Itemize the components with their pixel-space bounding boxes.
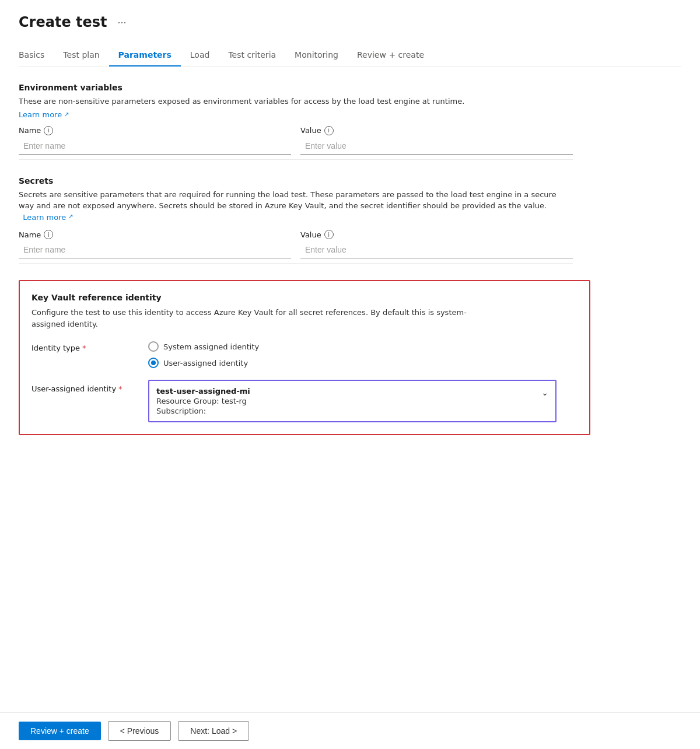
env-value-info-icon: i: [324, 126, 334, 135]
user-identity-dropdown[interactable]: test-user-assigned-mi Resource Group: te…: [148, 380, 556, 422]
secrets-value-input[interactable]: [300, 242, 573, 258]
secrets-value-info-icon: i: [324, 230, 334, 239]
tab-reviewcreate[interactable]: Review + create: [348, 44, 433, 66]
tab-load[interactable]: Load: [181, 44, 219, 66]
secrets-title: Secrets: [19, 176, 681, 186]
user-identity-row: User-assigned identity * test-user-assig…: [32, 380, 578, 422]
secrets-name-info-icon: i: [44, 230, 53, 239]
previous-button[interactable]: < Previous: [108, 721, 172, 741]
env-name-info-icon: i: [44, 126, 53, 135]
env-value-label: Value i: [300, 126, 573, 135]
env-name-input[interactable]: [19, 138, 291, 155]
secrets-value-col: Value i: [300, 230, 573, 258]
tab-parameters[interactable]: Parameters: [109, 44, 181, 66]
radio-system-assigned[interactable]: System assigned identity: [148, 341, 259, 352]
env-variables-learn-more[interactable]: Learn more ↗: [19, 110, 69, 119]
secrets-name-col: Name i: [19, 230, 291, 258]
secrets-section: Secrets Secrets are sensitive parameters…: [19, 176, 681, 264]
env-name-col: Name i: [19, 126, 291, 155]
identity-name: test-user-assigned-mi: [156, 387, 541, 396]
secrets-learn-more[interactable]: Learn more ↗: [19, 212, 74, 223]
keyvault-section: Key Vault reference identity Configure t…: [19, 280, 590, 435]
identity-type-label: Identity type *: [32, 341, 148, 352]
action-bar: Review + create < Previous Next: Load >: [0, 712, 700, 749]
secrets-name-label: Name i: [19, 230, 291, 239]
chevron-down-icon: ⌄: [541, 388, 548, 397]
review-create-button[interactable]: Review + create: [19, 722, 101, 740]
user-identity-required: *: [118, 384, 123, 393]
identity-resource-group: Resource Group: test-rg: [156, 397, 541, 405]
tab-navigation: Basics Test plan Parameters Load Test cr…: [19, 44, 681, 66]
external-link-icon: ↗: [64, 111, 69, 118]
radio-user-circle: [148, 358, 159, 368]
identity-type-row: Identity type * System assigned identity…: [32, 341, 578, 368]
identity-type-required: *: [82, 344, 86, 352]
secrets-external-link-icon: ↗: [68, 212, 73, 222]
keyvault-title: Key Vault reference identity: [32, 293, 578, 302]
env-value-input[interactable]: [300, 138, 573, 155]
identity-subscription: Subscription:: [156, 407, 541, 415]
env-value-col: Value i: [300, 126, 573, 155]
ellipsis-button[interactable]: ···: [114, 15, 130, 30]
user-identity-label: User-assigned identity *: [32, 380, 148, 393]
keyvault-desc: Configure the test to use this identity …: [32, 307, 469, 330]
env-variables-desc: These are non-sensitive parameters expos…: [19, 96, 573, 107]
radio-system-circle: [148, 341, 159, 352]
radio-user-label: User-assigned identity: [163, 359, 248, 368]
tab-testplan[interactable]: Test plan: [54, 44, 108, 66]
identity-type-radio-group: System assigned identity User-assigned i…: [148, 341, 259, 368]
next-button[interactable]: Next: Load >: [178, 721, 249, 741]
env-variables-section: Environment variables These are non-sens…: [19, 83, 681, 160]
secrets-form-row: Name i Value i: [19, 230, 573, 258]
radio-system-label: System assigned identity: [163, 342, 259, 351]
secrets-desc: Secrets are sensitive parameters that ar…: [19, 189, 573, 223]
env-variables-title: Environment variables: [19, 83, 681, 92]
env-name-label: Name i: [19, 126, 291, 135]
radio-user-assigned[interactable]: User-assigned identity: [148, 358, 259, 368]
tab-monitoring[interactable]: Monitoring: [285, 44, 348, 66]
env-variables-form-row: Name i Value i: [19, 126, 573, 155]
tab-testcriteria[interactable]: Test criteria: [219, 44, 285, 66]
secrets-value-label: Value i: [300, 230, 573, 239]
identity-dropdown-content: test-user-assigned-mi Resource Group: te…: [156, 387, 541, 415]
secrets-name-input[interactable]: [19, 242, 291, 258]
page-title: Create test: [19, 14, 107, 30]
tab-basics[interactable]: Basics: [19, 44, 54, 66]
